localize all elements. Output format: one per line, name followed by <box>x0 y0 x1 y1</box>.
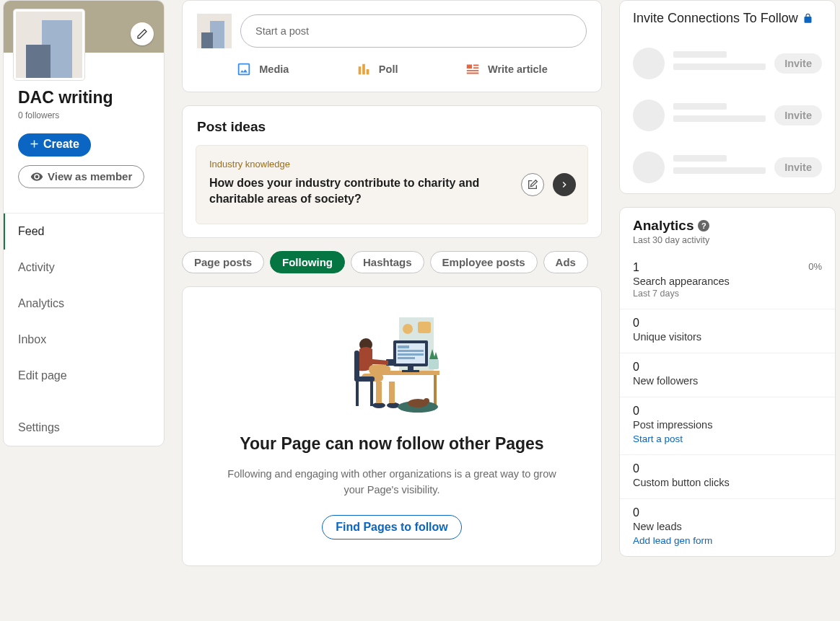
invite-row: Invite <box>620 89 835 141</box>
post-idea-tag: Industry knowledge <box>209 159 533 169</box>
analytics-subtitle: Last 30 day activity <box>620 235 835 254</box>
metric-new-followers: 0 New followers <box>620 353 835 397</box>
invite-card: Invite Connections To Follow Invite Invi… <box>619 0 836 194</box>
svg-rect-24 <box>376 382 382 403</box>
start-post-link[interactable]: Start a post <box>633 433 683 444</box>
metric-unique-visitors: 0 Unique visitors <box>620 309 835 353</box>
svg-point-22 <box>372 402 385 408</box>
find-pages-button[interactable]: Find Pages to follow <box>322 515 462 539</box>
media-button[interactable]: Media <box>229 56 296 83</box>
metric-label: Post impressions <box>633 419 822 431</box>
svg-rect-15 <box>369 365 390 374</box>
create-button[interactable]: Create <box>18 133 91 157</box>
avatar-placeholder <box>633 48 665 79</box>
post-idea-item: Industry knowledge How does your industr… <box>196 145 588 224</box>
analytics-header: Analytics <box>633 218 694 234</box>
avatar-placeholder <box>633 100 665 131</box>
metric-value: 0 <box>633 361 639 374</box>
view-as-member-button[interactable]: View as member <box>18 165 144 188</box>
composer-card: Start a post Media Poll Write article <box>182 0 602 92</box>
svg-rect-10 <box>398 357 415 359</box>
edit-cover-button[interactable] <box>131 22 154 45</box>
svg-rect-8 <box>398 350 424 352</box>
metric-value: 1 <box>633 261 639 274</box>
metric-post-impressions: 0 Post impressions Start a post <box>620 397 835 454</box>
svg-rect-9 <box>398 353 424 356</box>
invite-button[interactable]: Invite <box>774 53 822 74</box>
metric-value: 0 <box>633 506 639 519</box>
help-icon[interactable]: ? <box>698 220 709 232</box>
empty-title: Your Page can now follow other Pages <box>217 433 566 455</box>
metric-extra: Last 7 days <box>633 289 822 299</box>
invite-button[interactable]: Invite <box>774 157 822 177</box>
illustration <box>327 307 457 423</box>
filter-page-posts[interactable]: Page posts <box>182 251 264 273</box>
metric-value: 0 <box>633 317 639 330</box>
chevron-right-icon <box>559 179 570 190</box>
svg-rect-20 <box>356 382 359 406</box>
page-cover <box>4 1 164 53</box>
nav-activity[interactable]: Activity <box>4 250 164 286</box>
filter-hashtags[interactable]: Hashtags <box>351 251 424 273</box>
svg-rect-12 <box>402 370 419 372</box>
svg-rect-18 <box>354 351 359 381</box>
filter-following[interactable]: Following <box>270 251 345 273</box>
metric-pct: 0% <box>808 261 822 274</box>
poll-button[interactable]: Poll <box>349 56 406 83</box>
svg-rect-21 <box>370 382 373 406</box>
filter-employee-posts[interactable]: Employee posts <box>430 251 538 273</box>
metric-custom-button-clicks: 0 Custom button clicks <box>620 454 835 498</box>
nav-settings[interactable]: Settings <box>4 410 164 446</box>
svg-point-28 <box>424 398 429 404</box>
metric-label: Search appearances <box>633 276 822 287</box>
svg-point-2 <box>403 324 413 334</box>
invite-header: Invite Connections To Follow <box>620 1 835 38</box>
plus-icon <box>28 138 40 150</box>
followers-count: 0 followers <box>18 110 149 120</box>
metric-value: 0 <box>633 405 639 418</box>
nav-feed[interactable]: Feed <box>4 213 164 250</box>
feed-filters: Page posts Following Hashtags Employee p… <box>182 251 602 273</box>
lock-icon <box>802 13 813 24</box>
post-ideas-header: Post ideas <box>183 106 601 145</box>
svg-rect-7 <box>398 345 409 348</box>
avatar-placeholder <box>633 151 665 183</box>
pencil-icon <box>136 28 148 40</box>
compose-icon <box>527 179 538 190</box>
sidebar-card: DAC writing 0 followers Create View as m… <box>3 0 165 446</box>
write-article-button[interactable]: Write article <box>458 56 555 83</box>
filter-ads[interactable]: Ads <box>543 251 588 273</box>
invite-row: Invite <box>620 141 835 193</box>
analytics-card: Analytics ? Last 30 day activity 1 0% Se… <box>619 207 836 557</box>
metric-label: Unique visitors <box>633 331 822 343</box>
invite-button[interactable]: Invite <box>774 105 822 125</box>
sidebar-nav: Feed Activity Analytics Inbox Edit page … <box>4 213 164 446</box>
metric-value: 0 <box>633 462 639 475</box>
page-logo[interactable] <box>14 9 84 80</box>
nav-edit-page[interactable]: Edit page <box>4 358 164 394</box>
metric-new-leads: 0 New leads Add lead gen form <box>620 498 835 556</box>
svg-rect-13 <box>429 359 439 369</box>
metric-search-appearances: 1 0% Search appearances Last 7 days <box>620 254 835 309</box>
svg-rect-4 <box>434 375 437 408</box>
add-lead-gen-link[interactable]: Add lead gen form <box>633 535 712 546</box>
empty-subtitle: Following and engaging with other organi… <box>217 467 566 498</box>
compose-idea-button[interactable] <box>521 173 544 196</box>
svg-rect-19 <box>354 376 375 382</box>
post-ideas-card: Post ideas Industry knowledge How does y… <box>182 105 602 238</box>
metric-label: New leads <box>633 521 822 532</box>
metric-label: New followers <box>633 375 822 387</box>
page-title: DAC writing <box>18 87 149 109</box>
nav-inbox[interactable]: Inbox <box>4 322 164 358</box>
following-empty-state: Your Page can now follow other Pages Fol… <box>182 286 602 567</box>
page-logo-small <box>197 14 232 48</box>
poll-icon <box>356 61 372 77</box>
post-idea-prompt: How does your industry contribute to cha… <box>209 175 533 208</box>
svg-rect-25 <box>389 382 395 403</box>
invite-row: Invite <box>620 38 835 89</box>
metric-label: Custom button clicks <box>633 477 822 488</box>
nav-analytics[interactable]: Analytics <box>4 286 164 322</box>
next-idea-button[interactable] <box>553 173 576 196</box>
start-post-input[interactable]: Start a post <box>240 14 587 48</box>
eye-icon <box>30 170 43 183</box>
